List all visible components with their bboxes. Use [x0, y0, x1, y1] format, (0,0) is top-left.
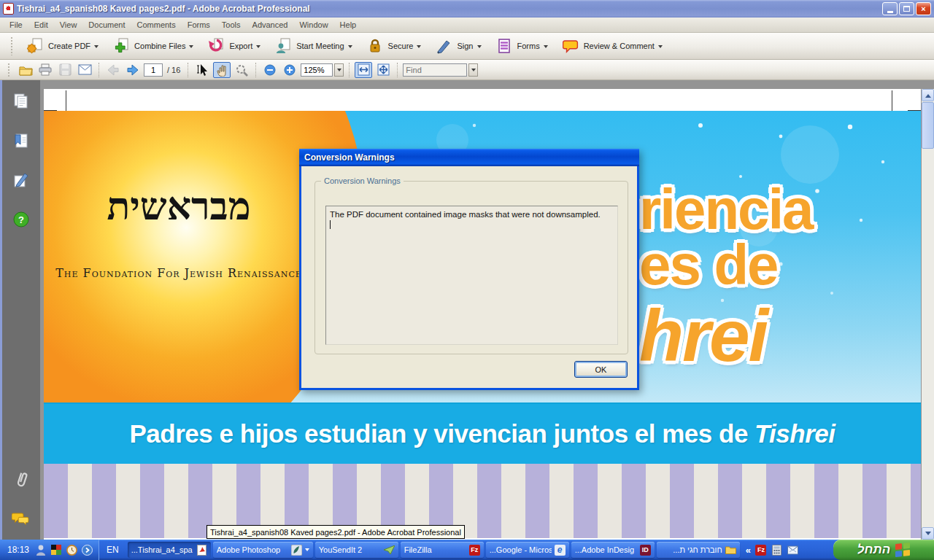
forms-icon	[495, 36, 514, 55]
paperclip-icon	[13, 471, 29, 490]
page-number-input[interactable]	[144, 63, 163, 77]
fit-width-button[interactable]	[355, 62, 372, 78]
color-grid-tray-icon[interactable]	[50, 544, 62, 556]
group-dropdown-icon[interactable]	[305, 548, 309, 553]
minimize-button[interactable]	[882, 2, 898, 15]
create-pdf-button[interactable]: Create PDF	[20, 34, 104, 58]
forms-button[interactable]: Forms	[490, 34, 553, 58]
page-count-label: / 16	[167, 66, 180, 74]
help-button[interactable]: ?	[12, 210, 31, 229]
bookmarks-panel-button[interactable]	[12, 131, 31, 150]
quick-launch: Fz	[755, 544, 799, 556]
chevron-down-icon	[417, 45, 421, 50]
menu-comments[interactable]: Comments	[132, 19, 181, 31]
print-button[interactable]	[36, 62, 54, 78]
taskbar-button-yousendit[interactable]: YouSendIt 2	[315, 542, 398, 558]
zoom-in-button[interactable]	[281, 62, 298, 78]
find-input[interactable]	[403, 63, 467, 77]
taskbar-button-acrobat[interactable]: ...Tishrai_a4_spa	[128, 542, 211, 558]
zoom-level-input[interactable]	[301, 63, 333, 77]
windows-logo-icon	[895, 542, 910, 557]
start-button[interactable]: התחל	[833, 540, 934, 560]
hide-icons-button[interactable]	[81, 544, 93, 556]
open-file-button[interactable]	[17, 62, 34, 78]
acrobat-window: Tishrai_a4_spanish08 Kaved pages2.pdf - …	[0, 0, 934, 560]
quicklaunch-filezilla-icon[interactable]: Fz	[755, 544, 767, 556]
quicklaunch-calculator-icon[interactable]	[771, 544, 783, 556]
zoom-marquee-button[interactable]	[233, 62, 250, 78]
next-page-button[interactable]	[124, 62, 142, 78]
back-arrow-icon	[107, 64, 120, 76]
taskbar-button-folder[interactable]: חוברת חגי ת...	[657, 542, 740, 558]
menu-bar: File Edit View Document Comments Forms T…	[0, 18, 934, 33]
messenger-tray-icon[interactable]	[35, 544, 47, 556]
yousendit-icon	[384, 545, 395, 556]
scroll-up-button[interactable]	[922, 89, 934, 101]
dialog-titlebar[interactable]: Conversion Warnings	[299, 149, 639, 166]
chevron-down-icon	[189, 45, 193, 50]
zoom-dropdown-arrow[interactable]	[334, 63, 344, 77]
combine-files-button[interactable]: Combine Files	[107, 34, 198, 58]
save-button[interactable]	[56, 62, 74, 78]
create-pdf-icon	[26, 36, 45, 55]
attachments-panel-button[interactable]	[12, 471, 31, 490]
banner-italic-word: Tishrei	[754, 419, 835, 448]
taskbar-button-indesign[interactable]: ...Adobe InDesig ID	[571, 542, 655, 558]
quicklaunch-mail-icon[interactable]	[787, 544, 799, 556]
scroll-down-button[interactable]	[922, 527, 934, 540]
fit-page-button[interactable]	[374, 62, 392, 78]
menu-help[interactable]: Help	[335, 19, 362, 31]
language-indicator[interactable]: EN	[107, 545, 119, 555]
hand-tool-button[interactable]	[213, 62, 231, 78]
annotate-pen-icon	[12, 171, 30, 189]
separator	[188, 63, 188, 77]
secure-button[interactable]: Secure	[360, 34, 427, 58]
comments-list-button[interactable]	[12, 510, 31, 529]
start-meeting-button[interactable]: Start Meeting	[269, 34, 357, 58]
taskbar-button-ie[interactable]: ...Google - Micros e	[486, 542, 569, 558]
comments-panel-button[interactable]	[12, 171, 31, 190]
taskbar-tooltip: Tishrai_a4_spanish08 Kaved pages2.pdf - …	[207, 525, 465, 539]
magnifier-icon	[235, 63, 249, 77]
photoshop-icon	[291, 545, 302, 556]
toolbar-grip	[10, 36, 14, 55]
pages-panel-button[interactable]	[12, 92, 31, 111]
warnings-textarea[interactable]: The PDF document contained image masks t…	[325, 206, 618, 345]
restore-button[interactable]	[899, 2, 914, 15]
select-tool-button[interactable]	[193, 62, 211, 78]
scrollbar-thumb[interactable]	[922, 102, 934, 149]
review-comment-button[interactable]: Review & Comment	[556, 34, 668, 58]
find-dropdown-arrow[interactable]	[468, 63, 478, 77]
close-button[interactable]: ×	[916, 2, 931, 15]
vertical-scrollbar[interactable]	[922, 89, 934, 540]
quicklaunch-chevron[interactable]: «	[746, 545, 751, 556]
help-icon: ?	[18, 214, 24, 225]
groupbox-label: Conversion Warnings	[321, 176, 404, 185]
menu-document[interactable]: Document	[83, 19, 130, 31]
export-button[interactable]: Export	[201, 34, 266, 58]
ok-button[interactable]: OK	[574, 361, 628, 378]
menu-forms[interactable]: Forms	[182, 19, 215, 31]
menu-file[interactable]: File	[4, 19, 28, 31]
chevron-down-icon	[477, 45, 482, 50]
menu-view[interactable]: View	[55, 19, 82, 31]
arrow-down-icon	[925, 532, 931, 538]
forward-arrow-icon	[126, 64, 139, 76]
chevron-down-icon	[658, 45, 663, 50]
taskbar-button-filezilla[interactable]: FileZilla Fz	[401, 542, 484, 558]
taskbar-button-photoshop[interactable]: Adobe Photoshop	[213, 542, 313, 558]
menu-tools[interactable]: Tools	[217, 19, 246, 31]
menu-window[interactable]: Window	[294, 19, 333, 31]
zoom-out-button[interactable]	[261, 62, 279, 78]
arrow-up-icon	[925, 91, 931, 98]
email-button[interactable]	[76, 62, 93, 78]
internet-explorer-icon: e	[555, 545, 566, 556]
warnings-groupbox: Conversion Warnings The PDF document con…	[314, 181, 628, 354]
menu-edit[interactable]: Edit	[29, 19, 53, 31]
previous-page-button[interactable]	[104, 62, 122, 78]
conversion-warnings-dialog: Conversion Warnings Conversion Warnings …	[299, 149, 639, 390]
chevron-down-icon	[256, 45, 260, 50]
clock-tray-icon[interactable]	[66, 544, 77, 556]
menu-advanced[interactable]: Advanced	[247, 19, 293, 31]
sign-button[interactable]: Sign	[429, 34, 486, 58]
